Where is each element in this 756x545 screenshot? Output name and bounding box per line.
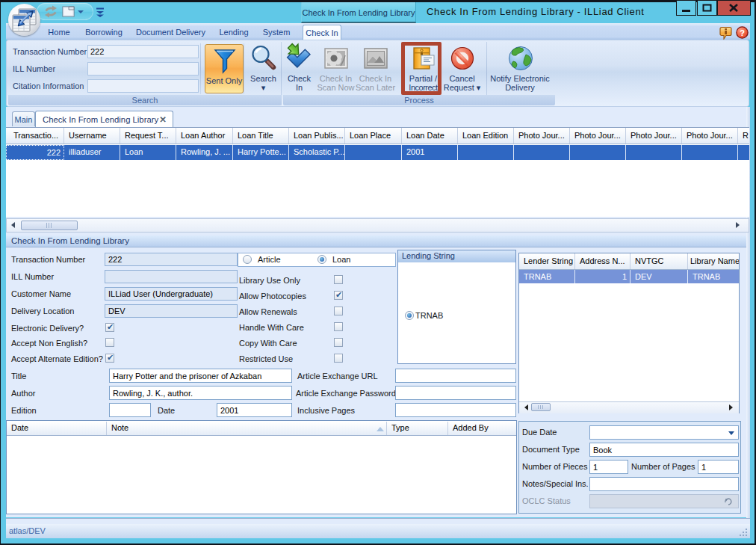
svg-text:?: ? [740, 28, 745, 37]
